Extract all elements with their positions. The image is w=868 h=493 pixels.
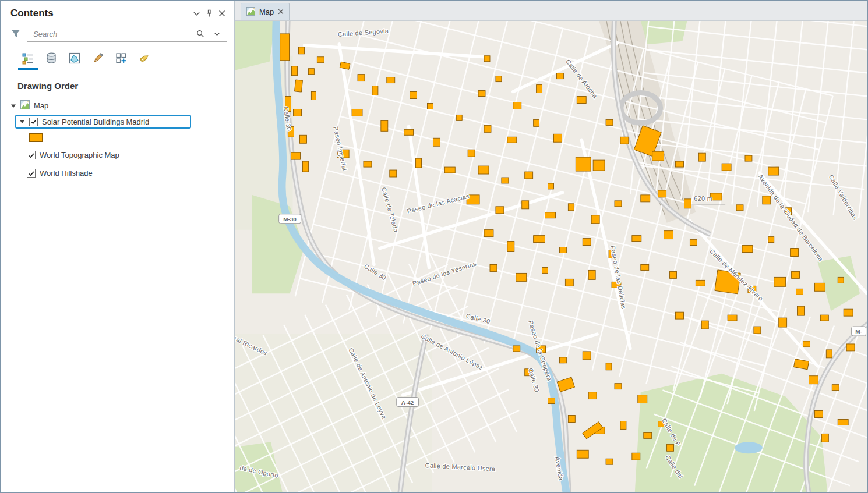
layer-visibility-checkbox[interactable] <box>27 151 36 159</box>
pane-title: Contents <box>10 8 190 19</box>
contents-pane-header: Contents <box>1 1 234 21</box>
expand-caret-icon[interactable] <box>10 102 16 109</box>
drawing-order-heading: Drawing Order <box>17 81 234 91</box>
map-icon <box>20 100 30 111</box>
park-pond <box>735 442 763 453</box>
map-wrap: Calle de SegoviaCalle de AtochaCalle 30P… <box>235 21 867 492</box>
legend-swatch[interactable] <box>29 133 43 142</box>
pane-menu-chevron-icon[interactable] <box>190 7 203 20</box>
search-row <box>1 21 234 48</box>
map-root-label: Map <box>34 101 48 110</box>
pin-icon[interactable] <box>203 7 216 20</box>
layer-visibility-checkbox[interactable] <box>27 169 36 178</box>
map-view-tab[interactable]: Map <box>241 3 290 20</box>
map-view-area: Map <box>235 1 867 492</box>
tab-list-by-editing[interactable] <box>86 48 110 69</box>
layer-tree: Map Solar Potential Buildings Madrid Wor… <box>1 98 234 182</box>
layer-world-topographic-map[interactable]: World Topographic Map <box>1 146 234 164</box>
search-icon[interactable] <box>194 27 207 40</box>
layer-solar-potential-buildings-madrid[interactable]: Solar Potential Buildings Madrid <box>15 115 191 129</box>
filter-icon[interactable] <box>9 27 22 40</box>
map-canvas[interactable]: Calle de SegoviaCalle de AtochaCalle 30P… <box>235 21 867 492</box>
tab-list-by-snapping[interactable] <box>110 48 133 69</box>
tab-list-by-selection[interactable] <box>63 48 86 69</box>
search-options-chevron-icon[interactable] <box>210 27 223 40</box>
contents-pane: Contents <box>1 1 235 492</box>
layer-visibility-checkbox[interactable] <box>29 118 38 126</box>
layer-legend-row <box>1 129 234 146</box>
search-box <box>27 26 227 42</box>
contents-tabs <box>16 48 161 69</box>
tab-list-by-drawing-order[interactable] <box>16 48 40 69</box>
layer-label: Solar Potential Buildings Madrid <box>42 118 149 126</box>
tab-list-by-data-source[interactable] <box>40 48 63 69</box>
view-tab-strip: Map <box>235 1 867 21</box>
map-tab-label: Map <box>259 8 274 16</box>
map-icon <box>246 7 255 17</box>
svg-text:M-: M- <box>855 328 862 335</box>
arcgis-pro-window: Contents <box>0 0 868 493</box>
layer-label: World Hillshade <box>40 169 93 178</box>
search-input[interactable] <box>32 29 190 39</box>
svg-text:A-42: A-42 <box>401 399 414 406</box>
tree-item-map[interactable]: Map <box>1 98 234 114</box>
tab-close-icon[interactable] <box>278 8 284 16</box>
svg-text:M-30: M-30 <box>283 216 297 222</box>
spot-elevation-label: 620 m <box>694 195 712 202</box>
layer-label: World Topographic Map <box>40 151 119 159</box>
expand-caret-icon[interactable] <box>19 119 25 125</box>
layer-world-hillshade[interactable]: World Hillshade <box>1 164 234 182</box>
close-icon[interactable] <box>216 7 228 20</box>
tab-list-by-labeling[interactable] <box>133 48 156 69</box>
